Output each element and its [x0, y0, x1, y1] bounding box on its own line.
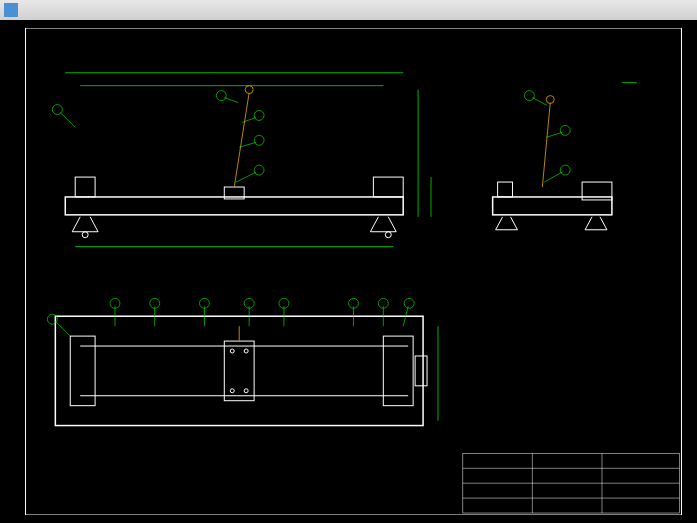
app-icon: [4, 3, 18, 17]
svg-point-19: [254, 110, 264, 120]
title-block: [463, 453, 680, 513]
drawing-area: [18, 28, 689, 515]
svg-line-18: [242, 117, 256, 122]
svg-line-65: [55, 321, 70, 336]
svg-line-16: [224, 98, 238, 103]
svg-point-17: [216, 91, 226, 101]
svg-rect-2: [75, 177, 95, 197]
svg-rect-25: [498, 182, 513, 197]
svg-point-46: [244, 389, 248, 393]
cad-window: [0, 0, 697, 523]
svg-point-50: [404, 298, 414, 308]
svg-point-28: [546, 96, 554, 104]
svg-line-14: [60, 112, 75, 127]
svg-rect-1: [65, 197, 403, 215]
svg-rect-41: [415, 356, 427, 386]
svg-line-34: [544, 172, 562, 182]
drawing-svg: [18, 28, 689, 515]
svg-point-8: [245, 86, 253, 94]
svg-line-30: [532, 98, 547, 106]
svg-point-4: [82, 232, 88, 238]
svg-point-45: [230, 389, 234, 393]
titlebar[interactable]: [0, 0, 697, 20]
svg-rect-0: [26, 28, 682, 515]
svg-point-35: [560, 165, 570, 175]
svg-rect-42: [224, 341, 254, 401]
svg-line-27: [542, 103, 550, 187]
svg-point-33: [560, 125, 570, 135]
svg-point-21: [254, 135, 264, 145]
svg-point-5: [385, 232, 391, 238]
svg-line-20: [239, 142, 256, 147]
svg-line-7: [234, 93, 249, 187]
svg-line-22: [236, 172, 256, 182]
svg-point-31: [524, 91, 534, 101]
plan-view: [47, 298, 438, 425]
svg-point-23: [254, 165, 264, 175]
front-view: [52, 73, 431, 247]
drawing-canvas[interactable]: [0, 20, 697, 523]
svg-point-15: [52, 105, 62, 115]
svg-line-32: [546, 132, 562, 137]
svg-rect-3: [373, 177, 403, 197]
side-view: [493, 83, 637, 230]
svg-point-44: [244, 349, 248, 353]
svg-point-43: [230, 349, 234, 353]
